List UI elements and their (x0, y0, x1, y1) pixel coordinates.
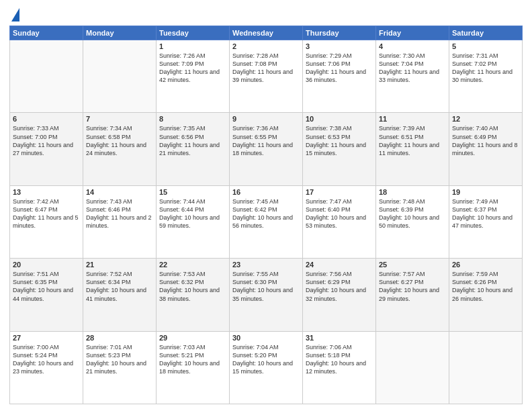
day-number: 6 (13, 115, 80, 123)
calendar-cell: 19Sunrise: 7:49 AM Sunset: 6:37 PM Dayli… (449, 185, 523, 258)
day-number: 2 (232, 42, 300, 50)
calendar-week-row: 1Sunrise: 7:26 AM Sunset: 7:09 PM Daylig… (10, 40, 523, 113)
calendar-cell: 3Sunrise: 7:29 AM Sunset: 7:06 PM Daylig… (303, 40, 376, 113)
day-number: 31 (306, 334, 373, 342)
day-number: 23 (232, 261, 300, 269)
day-info: Sunrise: 7:36 AM Sunset: 6:55 PM Dayligh… (232, 124, 300, 157)
day-info: Sunrise: 7:56 AM Sunset: 6:29 PM Dayligh… (306, 270, 373, 303)
weekday-header-wednesday: Wednesday (230, 26, 303, 40)
day-info: Sunrise: 7:38 AM Sunset: 6:53 PM Dayligh… (306, 124, 373, 157)
weekday-header-saturday: Saturday (449, 26, 523, 40)
day-number: 18 (379, 188, 446, 196)
calendar-cell: 20Sunrise: 7:51 AM Sunset: 6:35 PM Dayli… (10, 259, 83, 331)
day-number: 4 (379, 42, 446, 50)
day-info: Sunrise: 7:34 AM Sunset: 6:58 PM Dayligh… (86, 124, 153, 157)
weekday-header-friday: Friday (376, 26, 449, 40)
calendar-cell: 2Sunrise: 7:28 AM Sunset: 7:08 PM Daylig… (230, 40, 303, 113)
calendar-cell: 18Sunrise: 7:48 AM Sunset: 6:39 PM Dayli… (376, 185, 449, 258)
calendar-cell: 6Sunrise: 7:33 AM Sunset: 7:00 PM Daylig… (10, 113, 83, 185)
day-number: 21 (86, 261, 153, 269)
calendar-cell: 9Sunrise: 7:36 AM Sunset: 6:55 PM Daylig… (230, 113, 303, 185)
calendar-cell: 26Sunrise: 7:59 AM Sunset: 6:26 PM Dayli… (449, 259, 523, 331)
calendar-cell: 28Sunrise: 7:01 AM Sunset: 5:23 PM Dayli… (83, 331, 157, 404)
day-number: 17 (306, 188, 373, 196)
day-info: Sunrise: 7:40 AM Sunset: 6:49 PM Dayligh… (452, 124, 519, 157)
day-number: 20 (13, 261, 80, 269)
calendar-cell: 13Sunrise: 7:42 AM Sunset: 6:47 PM Dayli… (10, 185, 83, 258)
calendar-cell: 5Sunrise: 7:31 AM Sunset: 7:02 PM Daylig… (449, 40, 523, 113)
day-number: 12 (452, 115, 519, 123)
day-number: 10 (306, 115, 373, 123)
day-info: Sunrise: 7:06 AM Sunset: 5:18 PM Dayligh… (306, 343, 373, 376)
day-info: Sunrise: 7:03 AM Sunset: 5:21 PM Dayligh… (159, 343, 226, 376)
calendar-cell (83, 40, 157, 113)
calendar-week-row: 13Sunrise: 7:42 AM Sunset: 6:47 PM Dayli… (10, 185, 523, 258)
page: SundayMondayTuesdayWednesdayThursdayFrid… (0, 0, 532, 411)
calendar-cell: 1Sunrise: 7:26 AM Sunset: 7:09 PM Daylig… (157, 40, 230, 113)
calendar-week-row: 6Sunrise: 7:33 AM Sunset: 7:00 PM Daylig… (10, 113, 523, 185)
calendar-cell: 16Sunrise: 7:45 AM Sunset: 6:42 PM Dayli… (230, 185, 303, 258)
header (9, 7, 523, 21)
weekday-header-thursday: Thursday (303, 26, 376, 40)
calendar-cell: 27Sunrise: 7:00 AM Sunset: 5:24 PM Dayli… (10, 331, 83, 404)
day-number: 29 (159, 334, 226, 342)
day-number: 25 (379, 261, 446, 269)
day-info: Sunrise: 7:49 AM Sunset: 6:37 PM Dayligh… (452, 197, 519, 230)
calendar-cell: 11Sunrise: 7:39 AM Sunset: 6:51 PM Dayli… (376, 113, 449, 185)
day-number: 26 (452, 261, 519, 269)
calendar-cell (449, 331, 523, 404)
day-number: 30 (232, 334, 300, 342)
day-info: Sunrise: 7:30 AM Sunset: 7:04 PM Dayligh… (379, 52, 446, 85)
calendar-cell: 31Sunrise: 7:06 AM Sunset: 5:18 PM Dayli… (303, 331, 376, 404)
day-info: Sunrise: 7:26 AM Sunset: 7:09 PM Dayligh… (159, 52, 226, 85)
calendar-cell: 23Sunrise: 7:55 AM Sunset: 6:30 PM Dayli… (230, 259, 303, 331)
weekday-header-monday: Monday (83, 26, 157, 40)
calendar-cell: 24Sunrise: 7:56 AM Sunset: 6:29 PM Dayli… (303, 259, 376, 331)
day-info: Sunrise: 7:45 AM Sunset: 6:42 PM Dayligh… (232, 197, 300, 230)
weekday-header-row: SundayMondayTuesdayWednesdayThursdayFrid… (10, 26, 523, 40)
calendar-cell: 30Sunrise: 7:04 AM Sunset: 5:20 PM Dayli… (230, 331, 303, 404)
day-info: Sunrise: 7:31 AM Sunset: 7:02 PM Dayligh… (452, 52, 519, 85)
day-info: Sunrise: 7:33 AM Sunset: 7:00 PM Dayligh… (13, 124, 80, 157)
day-info: Sunrise: 7:52 AM Sunset: 6:34 PM Dayligh… (86, 270, 153, 303)
calendar-cell: 10Sunrise: 7:38 AM Sunset: 6:53 PM Dayli… (303, 113, 376, 185)
day-number: 9 (232, 115, 300, 123)
day-number: 16 (232, 188, 300, 196)
calendar-cell: 21Sunrise: 7:52 AM Sunset: 6:34 PM Dayli… (83, 259, 157, 331)
day-info: Sunrise: 7:47 AM Sunset: 6:40 PM Dayligh… (306, 197, 373, 230)
calendar-week-row: 20Sunrise: 7:51 AM Sunset: 6:35 PM Dayli… (10, 259, 523, 331)
day-number: 1 (159, 42, 226, 50)
day-number: 7 (86, 115, 153, 123)
day-info: Sunrise: 7:57 AM Sunset: 6:27 PM Dayligh… (379, 270, 446, 303)
day-number: 24 (306, 261, 373, 269)
day-number: 13 (13, 188, 80, 196)
calendar-cell: 8Sunrise: 7:35 AM Sunset: 6:56 PM Daylig… (157, 113, 230, 185)
day-info: Sunrise: 7:35 AM Sunset: 6:56 PM Dayligh… (159, 124, 226, 157)
day-number: 14 (86, 188, 153, 196)
day-number: 5 (452, 42, 519, 50)
calendar-week-row: 27Sunrise: 7:00 AM Sunset: 5:24 PM Dayli… (10, 331, 523, 404)
logo-triangle-icon (11, 8, 19, 21)
day-number: 11 (379, 115, 446, 123)
calendar-cell: 12Sunrise: 7:40 AM Sunset: 6:49 PM Dayli… (449, 113, 523, 185)
weekday-header-tuesday: Tuesday (157, 26, 230, 40)
day-info: Sunrise: 7:04 AM Sunset: 5:20 PM Dayligh… (232, 343, 300, 376)
day-number: 15 (159, 188, 226, 196)
day-number: 27 (13, 334, 80, 342)
day-number: 28 (86, 334, 153, 342)
day-info: Sunrise: 7:59 AM Sunset: 6:26 PM Dayligh… (452, 270, 519, 303)
day-info: Sunrise: 7:44 AM Sunset: 6:44 PM Dayligh… (159, 197, 226, 230)
day-info: Sunrise: 7:00 AM Sunset: 5:24 PM Dayligh… (13, 343, 80, 376)
calendar-cell: 22Sunrise: 7:53 AM Sunset: 6:32 PM Dayli… (157, 259, 230, 331)
day-info: Sunrise: 7:01 AM Sunset: 5:23 PM Dayligh… (86, 343, 153, 376)
calendar-cell: 14Sunrise: 7:43 AM Sunset: 6:46 PM Dayli… (83, 185, 157, 258)
calendar-cell (376, 331, 449, 404)
day-number: 22 (159, 261, 226, 269)
calendar-cell: 29Sunrise: 7:03 AM Sunset: 5:21 PM Dayli… (157, 331, 230, 404)
day-info: Sunrise: 7:51 AM Sunset: 6:35 PM Dayligh… (13, 270, 80, 303)
calendar-table: SundayMondayTuesdayWednesdayThursdayFrid… (9, 26, 523, 404)
day-info: Sunrise: 7:43 AM Sunset: 6:46 PM Dayligh… (86, 197, 153, 230)
calendar-cell (10, 40, 83, 113)
calendar-cell: 7Sunrise: 7:34 AM Sunset: 6:58 PM Daylig… (83, 113, 157, 185)
day-number: 19 (452, 188, 519, 196)
